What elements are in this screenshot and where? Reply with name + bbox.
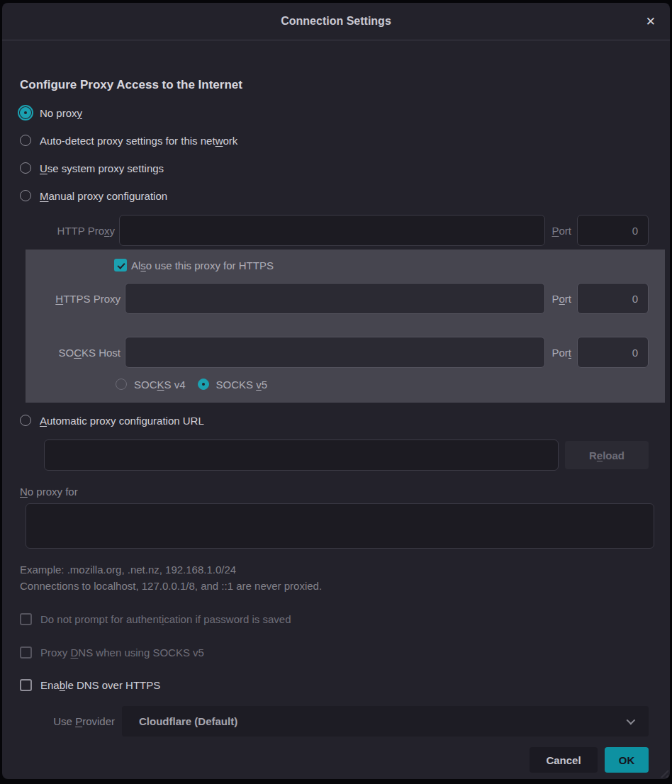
radio-label: Use system proxy settings xyxy=(40,162,164,174)
also-https-checkbox[interactable] xyxy=(114,259,127,271)
https-port-label: Port xyxy=(551,293,571,305)
auto-url-label: Automatic proxy configuration URL xyxy=(40,415,204,427)
socks-host-label: SOCKS Host xyxy=(31,347,121,359)
radio-label: No proxy xyxy=(40,107,82,119)
ok-button[interactable]: OK xyxy=(605,747,649,773)
socks-v5-label: SOCKS v5 xyxy=(216,379,268,391)
close-icon[interactable]: ✕ xyxy=(646,16,656,28)
radio-auto-url[interactable] xyxy=(20,415,31,426)
dns-over-https-row[interactable]: Enable DNS over HTTPS xyxy=(20,676,649,693)
socks-host-input[interactable] xyxy=(125,337,545,368)
footer-buttons: Cancel OK xyxy=(20,747,649,773)
example-note: Example: .mozilla.org, .net.nz, 192.168.… xyxy=(20,564,649,576)
http-port-input[interactable] xyxy=(577,215,649,246)
reload-button[interactable]: Reload xyxy=(565,441,649,469)
https-proxy-input[interactable] xyxy=(125,283,545,314)
http-proxy-input[interactable] xyxy=(119,215,545,246)
radio-row-system-proxy[interactable]: Use system proxy settings xyxy=(20,159,649,177)
radio-no-proxy[interactable] xyxy=(20,107,31,118)
never-proxied-note: Connections to localhost, 127.0.0.1/8, a… xyxy=(20,580,649,592)
provider-row: Use Provider Cloudflare (Default) xyxy=(20,706,649,737)
chevron-down-icon xyxy=(627,716,636,725)
no-proxy-for-textarea[interactable] xyxy=(26,503,654,549)
auto-url-input[interactable] xyxy=(44,439,559,471)
dialog-content: Configure Proxy Access to the Internet N… xyxy=(2,78,670,773)
radio-label: Manual proxy configuration xyxy=(40,190,167,202)
proxy-dns-row[interactable]: Proxy DNS when using SOCKS v5 xyxy=(20,644,649,661)
radio-row-auto-url[interactable]: Automatic proxy configuration URL xyxy=(20,412,649,429)
http-proxy-row: HTTP Proxy Port xyxy=(26,215,649,246)
socks-port-label: Port xyxy=(551,347,571,359)
cancel-button[interactable]: Cancel xyxy=(530,747,598,773)
radio-auto-detect[interactable] xyxy=(20,135,31,146)
radio-manual-proxy[interactable] xyxy=(20,190,31,201)
radio-system-proxy[interactable] xyxy=(20,162,31,174)
no-prompt-auth-label: Do not prompt for authentication if pass… xyxy=(40,613,291,625)
dns-over-https-checkbox[interactable] xyxy=(20,679,32,691)
dialog-titlebar: Connection Settings ✕ xyxy=(2,3,670,40)
also-https-label: Also use this proxy for HTTPS xyxy=(131,259,274,271)
use-provider-label: Use Provider xyxy=(20,715,115,727)
also-https-row[interactable]: Also use this proxy for HTTPS xyxy=(114,257,649,274)
provider-selected-value: Cloudflare (Default) xyxy=(139,715,237,727)
http-port-label: Port xyxy=(551,225,571,237)
auto-url-input-row: Reload xyxy=(44,439,649,471)
https-socks-band: Also use this proxy for HTTPS HTTPS Prox… xyxy=(26,250,665,403)
https-proxy-row: HTTPS Proxy Port xyxy=(31,283,649,314)
https-proxy-label: HTTPS Proxy xyxy=(31,293,121,305)
proxy-dns-checkbox[interactable] xyxy=(20,646,32,659)
https-port-input[interactable] xyxy=(577,283,649,314)
dialog-title: Connection Settings xyxy=(281,15,391,28)
radio-socks-v5[interactable] xyxy=(198,379,209,390)
connection-settings-dialog: Connection Settings ✕ Configure Proxy Ac… xyxy=(2,3,670,779)
no-proxy-for-label: No proxy for xyxy=(20,486,649,498)
http-proxy-label: HTTP Proxy xyxy=(26,225,115,237)
no-prompt-auth-checkbox[interactable] xyxy=(20,613,32,625)
radio-label: Auto-detect proxy settings for this netw… xyxy=(40,135,237,147)
dns-over-https-label: Enable DNS over HTTPS xyxy=(40,679,160,691)
provider-dropdown[interactable]: Cloudflare (Default) xyxy=(122,706,649,737)
radio-row-manual-proxy[interactable]: Manual proxy configuration xyxy=(20,187,649,204)
section-heading: Configure Proxy Access to the Internet xyxy=(20,78,649,92)
radio-row-auto-detect[interactable]: Auto-detect proxy settings for this netw… xyxy=(20,132,649,149)
socks-version-row: SOCKS v4 SOCKS v5 xyxy=(116,376,649,393)
no-prompt-auth-row[interactable]: Do not prompt for authentication if pass… xyxy=(20,610,649,627)
socks-host-row: SOCKS Host Port xyxy=(31,337,649,368)
radio-socks-v4[interactable] xyxy=(116,379,127,390)
radio-row-no-proxy[interactable]: No proxy xyxy=(20,104,649,121)
socks-v4-label: SOCKS v4 xyxy=(134,379,186,391)
proxy-dns-label: Proxy DNS when using SOCKS v5 xyxy=(40,646,204,659)
socks-port-input[interactable] xyxy=(577,337,649,368)
